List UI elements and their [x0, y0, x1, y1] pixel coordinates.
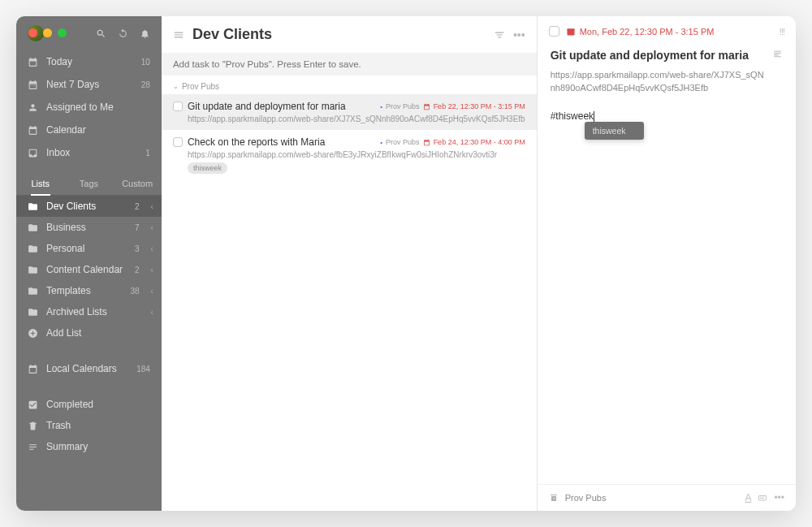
trash-icon [28, 421, 38, 431]
detail-date[interactable]: Mon, Feb 22, 12:30 PM - 3:15 PM [566, 27, 715, 37]
nav-count: 10 [141, 58, 150, 67]
chevron-left-icon: ‹ [151, 223, 153, 232]
list-label: Personal [46, 243, 127, 254]
sort-icon[interactable] [494, 29, 505, 41]
archive-icon[interactable] [549, 493, 559, 503]
nav-count: 28 [141, 80, 150, 89]
local-cal-label: Local Calendars [46, 363, 128, 374]
calendar-icon [423, 139, 430, 146]
task-checkbox[interactable] [173, 137, 183, 147]
list-label: Dev Clients [46, 201, 127, 212]
menu-icon[interactable] [173, 29, 184, 41]
outline-icon[interactable] [772, 48, 783, 63]
more-icon[interactable]: ••• [774, 492, 784, 503]
task-row[interactable]: Check on the reports with Maria • Prov P… [162, 130, 537, 180]
task-date: Feb 22, 12:30 PM - 3:15 PM [434, 102, 525, 110]
list-business[interactable]: Business 7 ‹ [16, 217, 162, 238]
nav-inbox[interactable]: Inbox 1 [16, 141, 162, 164]
nav-trash[interactable]: Trash [16, 415, 162, 436]
nav-label: Inbox [46, 147, 137, 158]
task-list-tag: Prov Pubs [386, 138, 420, 146]
task-list-tag: Prov Pubs [386, 102, 420, 110]
detail-url[interactable]: https://app.sparkmailapp.com/web-share/X… [551, 69, 764, 94]
list-count: 3 [135, 244, 140, 253]
task-row[interactable]: Git update and deployment for maria • Pr… [162, 94, 537, 130]
task-tag[interactable]: thisweek [188, 162, 227, 174]
nav-completed[interactable]: Completed [16, 394, 162, 415]
calendar-icon [566, 27, 576, 37]
nav-label: Next 7 Days [46, 79, 133, 90]
folder-icon [28, 307, 38, 317]
detail-checkbox[interactable] [549, 26, 559, 37]
chevron-left-icon: ‹ [151, 287, 153, 296]
nav-summary[interactable]: Summary [16, 436, 162, 457]
footer-list[interactable]: Prov Pubs [565, 493, 607, 503]
maximize-window-icon[interactable] [58, 28, 67, 37]
sidebar: Today 10 Next 7 Days 28 Assigned to Me C… [16, 16, 162, 511]
minimize-window-icon[interactable] [43, 28, 52, 37]
nav-calendar[interactable]: Calendar [16, 119, 162, 141]
list-templates[interactable]: Templates 38 ‹ [16, 280, 162, 301]
list-label: Business [46, 222, 127, 233]
dot-icon: • [380, 103, 382, 110]
tab-custom[interactable]: Custom [113, 174, 162, 195]
keyboard-icon[interactable] [758, 493, 767, 503]
task-list-panel: Dev Clients ••• ⌄ Prov Pubs Git update a… [162, 16, 538, 511]
task-url: https://app.sparkmailapp.com/web-share/X… [188, 114, 525, 123]
bell-icon[interactable] [140, 28, 150, 39]
group-header[interactable]: ⌄ Prov Pubs [162, 76, 537, 94]
local-calendars[interactable]: Local Calendars 184 [16, 358, 162, 379]
more-icon[interactable]: ••• [513, 28, 525, 41]
detail-panel: Mon, Feb 22, 12:30 PM - 3:15 PM !!! Git … [538, 16, 796, 511]
calendar-today-icon [28, 57, 38, 67]
user-icon [28, 102, 38, 113]
add-task-input[interactable] [162, 53, 537, 76]
sync-icon[interactable] [118, 28, 128, 39]
sidebar-tabs: Lists Tags Custom [16, 169, 162, 196]
summary-icon [28, 442, 38, 452]
list-content-calendar[interactable]: Content Calendar 2 ‹ [16, 259, 162, 280]
task-title: Git update and deployment for maria [188, 101, 375, 112]
priority-icon[interactable]: !!! [780, 27, 784, 37]
list-title: Dev Clients [192, 26, 486, 43]
list-label: Templates [46, 285, 122, 296]
nav-label: Assigned to Me [46, 102, 142, 113]
search-icon[interactable] [96, 28, 106, 39]
tag-suggestion[interactable]: thisweek [585, 122, 644, 140]
list-count: 38 [130, 287, 139, 296]
note-text: #thisweek [551, 110, 594, 122]
tab-lists[interactable]: Lists [16, 174, 65, 195]
chevron-left-icon: ‹ [151, 308, 153, 317]
add-list-button[interactable]: Add List [16, 322, 162, 343]
task-checkbox[interactable] [173, 102, 183, 111]
folder-icon [28, 286, 38, 296]
calendar-icon [423, 103, 430, 110]
close-window-icon[interactable] [28, 28, 37, 37]
detail-title[interactable]: Git update and deployment for maria [551, 48, 764, 63]
task-title: Check on the reports with Maria [188, 136, 375, 148]
nav-next7[interactable]: Next 7 Days 28 [16, 73, 162, 96]
nav-label: Calendar [46, 124, 142, 136]
nav-today[interactable]: Today 10 [16, 50, 162, 73]
inbox-icon [28, 148, 38, 158]
window-controls[interactable] [28, 28, 67, 37]
nav-label: Summary [46, 441, 153, 452]
list-personal[interactable]: Personal 3 ‹ [16, 238, 162, 259]
tab-tags[interactable]: Tags [65, 174, 114, 195]
list-count: 2 [135, 202, 140, 211]
note-editor[interactable]: #thisweek thisweek [538, 99, 796, 133]
font-icon[interactable]: A [745, 492, 751, 503]
list-count: 2 [135, 266, 140, 274]
list-count: 7 [135, 223, 140, 232]
nav-assigned[interactable]: Assigned to Me [16, 96, 162, 119]
list-archived[interactable]: Archived Lists ‹ [16, 301, 162, 322]
chevron-down-icon: ⌄ [173, 83, 179, 90]
list-dev-clients[interactable]: Dev Clients 2 ‹ [16, 196, 162, 217]
folder-icon [28, 265, 38, 275]
folder-icon [28, 201, 38, 212]
local-cal-count: 184 [136, 365, 150, 374]
dot-icon: • [380, 139, 382, 146]
chevron-left-icon: ‹ [151, 202, 153, 211]
list-label: Content Calendar [46, 264, 127, 275]
nav-label: Trash [46, 420, 153, 431]
